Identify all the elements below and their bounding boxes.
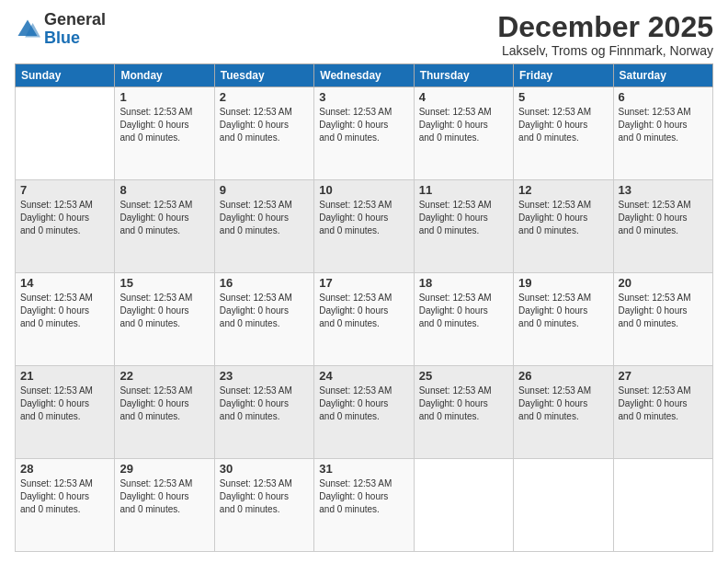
calendar-body: 1Sunset: 12:53 AMDaylight: 0 hoursand 0 …: [16, 87, 713, 552]
calendar-cell: 4Sunset: 12:53 AMDaylight: 0 hoursand 0 …: [414, 87, 513, 180]
day-info: Sunset: 12:53 AMDaylight: 0 hoursand 0 m…: [619, 199, 708, 237]
calendar-cell: 16Sunset: 12:53 AMDaylight: 0 hoursand 0…: [214, 273, 313, 366]
day-number: 22: [119, 369, 209, 383]
day-number: 29: [119, 462, 209, 476]
day-number: 1: [119, 90, 209, 104]
day-info: Sunset: 12:53 AMDaylight: 0 hoursand 0 m…: [220, 106, 309, 144]
title-area: December 2025 Lakselv, Troms og Finnmark…: [497, 11, 713, 58]
day-info: Sunset: 12:53 AMDaylight: 0 hoursand 0 m…: [220, 385, 309, 423]
calendar-cell: 29Sunset: 12:53 AMDaylight: 0 hoursand 0…: [115, 459, 214, 552]
day-number: 27: [619, 369, 708, 383]
day-info: Sunset: 12:53 AMDaylight: 0 hoursand 0 m…: [119, 199, 209, 237]
calendar-cell: 24Sunset: 12:53 AMDaylight: 0 hoursand 0…: [314, 366, 414, 459]
header-row: Sunday Monday Tuesday Wednesday Thursday…: [16, 64, 713, 87]
day-number: 2: [220, 90, 309, 104]
calendar-cell: [16, 87, 115, 180]
day-number: 6: [619, 90, 708, 104]
day-info: Sunset: 12:53 AMDaylight: 0 hoursand 0 m…: [319, 477, 408, 516]
location: Lakselv, Troms og Finnmark, Norway: [497, 43, 713, 58]
calendar-week-1: 1Sunset: 12:53 AMDaylight: 0 hoursand 0 …: [16, 87, 713, 180]
day-number: 12: [518, 183, 608, 197]
day-info: Sunset: 12:53 AMDaylight: 0 hoursand 0 m…: [20, 385, 109, 423]
day-number: 26: [518, 369, 608, 383]
logo-blue: Blue: [44, 29, 80, 47]
calendar-cell: 3Sunset: 12:53 AMDaylight: 0 hoursand 0 …: [314, 87, 414, 180]
day-info: Sunset: 12:53 AMDaylight: 0 hoursand 0 m…: [419, 199, 508, 237]
logo: General Blue: [15, 11, 106, 48]
calendar-cell: 14Sunset: 12:53 AMDaylight: 0 hoursand 0…: [16, 273, 115, 366]
day-info: Sunset: 12:53 AMDaylight: 0 hoursand 0 m…: [20, 199, 109, 237]
calendar-cell: 1Sunset: 12:53 AMDaylight: 0 hoursand 0 …: [115, 87, 214, 180]
day-number: 17: [319, 276, 408, 290]
day-number: 19: [518, 276, 608, 290]
calendar-cell: 19Sunset: 12:53 AMDaylight: 0 hoursand 0…: [514, 273, 613, 366]
day-info: Sunset: 12:53 AMDaylight: 0 hoursand 0 m…: [319, 385, 408, 423]
day-number: 15: [119, 276, 209, 290]
calendar-cell: 2Sunset: 12:53 AMDaylight: 0 hoursand 0 …: [214, 87, 313, 180]
day-number: 28: [20, 462, 109, 476]
col-wednesday: Wednesday: [314, 64, 414, 87]
day-info: Sunset: 12:53 AMDaylight: 0 hoursand 0 m…: [319, 292, 408, 330]
calendar-cell: [613, 459, 712, 552]
calendar-cell: 13Sunset: 12:53 AMDaylight: 0 hoursand 0…: [613, 180, 712, 273]
day-info: Sunset: 12:53 AMDaylight: 0 hoursand 0 m…: [20, 477, 109, 516]
day-number: 10: [319, 183, 408, 197]
day-number: 4: [419, 90, 508, 104]
day-info: Sunset: 12:53 AMDaylight: 0 hoursand 0 m…: [220, 292, 309, 330]
day-number: 21: [20, 369, 109, 383]
calendar-cell: 10Sunset: 12:53 AMDaylight: 0 hoursand 0…: [314, 180, 414, 273]
day-number: 8: [119, 183, 209, 197]
calendar-week-3: 14Sunset: 12:53 AMDaylight: 0 hoursand 0…: [16, 273, 713, 366]
day-number: 14: [20, 276, 109, 290]
day-number: 11: [419, 183, 508, 197]
day-number: 25: [419, 369, 508, 383]
calendar-cell: 6Sunset: 12:53 AMDaylight: 0 hoursand 0 …: [613, 87, 712, 180]
calendar-cell: 15Sunset: 12:53 AMDaylight: 0 hoursand 0…: [115, 273, 214, 366]
calendar-cell: 17Sunset: 12:53 AMDaylight: 0 hoursand 0…: [314, 273, 414, 366]
calendar-cell: 31Sunset: 12:53 AMDaylight: 0 hoursand 0…: [314, 459, 414, 552]
day-info: Sunset: 12:53 AMDaylight: 0 hoursand 0 m…: [518, 106, 608, 144]
day-number: 13: [619, 183, 708, 197]
calendar-cell: 18Sunset: 12:53 AMDaylight: 0 hoursand 0…: [414, 273, 513, 366]
calendar-cell: 9Sunset: 12:53 AMDaylight: 0 hoursand 0 …: [214, 180, 313, 273]
calendar-header: Sunday Monday Tuesday Wednesday Thursday…: [16, 64, 713, 87]
logo-text: General Blue: [44, 11, 106, 48]
day-info: Sunset: 12:53 AMDaylight: 0 hoursand 0 m…: [220, 477, 309, 516]
day-info: Sunset: 12:53 AMDaylight: 0 hoursand 0 m…: [119, 106, 209, 144]
day-number: 30: [220, 462, 309, 476]
calendar-cell: [514, 459, 613, 552]
col-thursday: Thursday: [414, 64, 513, 87]
calendar-cell: 12Sunset: 12:53 AMDaylight: 0 hoursand 0…: [514, 180, 613, 273]
day-number: 20: [619, 276, 708, 290]
day-info: Sunset: 12:53 AMDaylight: 0 hoursand 0 m…: [419, 292, 508, 330]
day-number: 24: [319, 369, 408, 383]
day-info: Sunset: 12:53 AMDaylight: 0 hoursand 0 m…: [518, 292, 608, 330]
day-info: Sunset: 12:53 AMDaylight: 0 hoursand 0 m…: [119, 292, 209, 330]
day-number: 18: [419, 276, 508, 290]
calendar-cell: [414, 459, 513, 552]
day-info: Sunset: 12:53 AMDaylight: 0 hoursand 0 m…: [619, 385, 708, 423]
calendar-week-5: 28Sunset: 12:53 AMDaylight: 0 hoursand 0…: [16, 459, 713, 552]
day-number: 7: [20, 183, 109, 197]
day-number: 9: [220, 183, 309, 197]
day-number: 23: [220, 369, 309, 383]
calendar-cell: 22Sunset: 12:53 AMDaylight: 0 hoursand 0…: [115, 366, 214, 459]
day-info: Sunset: 12:53 AMDaylight: 0 hoursand 0 m…: [419, 385, 508, 423]
day-info: Sunset: 12:53 AMDaylight: 0 hoursand 0 m…: [419, 106, 508, 144]
day-info: Sunset: 12:53 AMDaylight: 0 hoursand 0 m…: [319, 106, 408, 144]
day-info: Sunset: 12:53 AMDaylight: 0 hoursand 0 m…: [518, 385, 608, 423]
calendar-cell: 5Sunset: 12:53 AMDaylight: 0 hoursand 0 …: [514, 87, 613, 180]
calendar-cell: 23Sunset: 12:53 AMDaylight: 0 hoursand 0…: [214, 366, 313, 459]
col-monday: Monday: [115, 64, 214, 87]
day-info: Sunset: 12:53 AMDaylight: 0 hoursand 0 m…: [220, 199, 309, 237]
day-number: 31: [319, 462, 408, 476]
col-tuesday: Tuesday: [214, 64, 313, 87]
day-number: 16: [220, 276, 309, 290]
day-info: Sunset: 12:53 AMDaylight: 0 hoursand 0 m…: [518, 199, 608, 237]
calendar-cell: 21Sunset: 12:53 AMDaylight: 0 hoursand 0…: [16, 366, 115, 459]
day-number: 5: [518, 90, 608, 104]
calendar-week-4: 21Sunset: 12:53 AMDaylight: 0 hoursand 0…: [16, 366, 713, 459]
day-number: 3: [319, 90, 408, 104]
logo-icon: [15, 17, 40, 42]
month-title: December 2025: [497, 11, 713, 43]
